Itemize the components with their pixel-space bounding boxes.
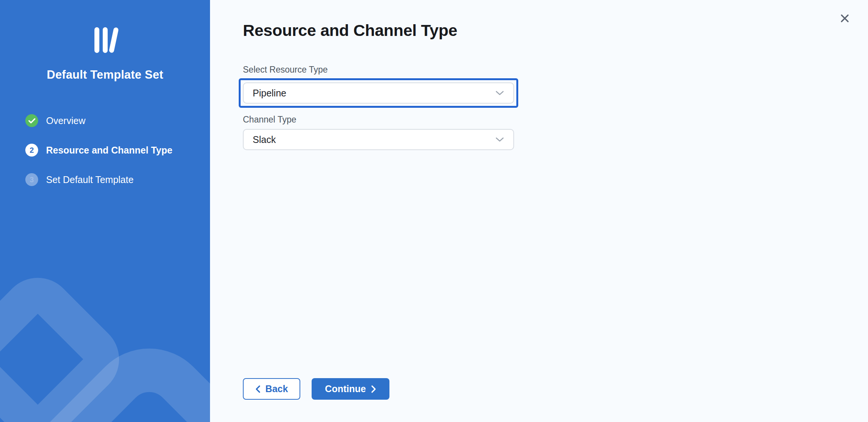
wizard-title: Default Template Set [7, 68, 203, 82]
wizard-main-panel: Resource and Channel Type Select Resourc… [210, 0, 868, 422]
wizard-steps-nav: Overview 2 Resource and Channel Type 3 S… [0, 114, 210, 186]
sidebar-step-overview[interactable]: Overview [25, 114, 210, 127]
continue-button[interactable]: Continue [312, 378, 389, 400]
logo-bar-tilted [108, 27, 119, 53]
chevron-left-icon [255, 385, 261, 393]
resource-type-selected-value: Pipeline [253, 88, 286, 99]
step-label: Resource and Channel Type [46, 145, 172, 156]
wizard-footer: Back Continue [243, 378, 389, 400]
chevron-down-icon [495, 137, 504, 142]
wizard-sidebar: Default Template Set Overview 2 Resource… [0, 0, 210, 422]
sidebar-step-resource-and-channel-type[interactable]: 2 Resource and Channel Type [25, 144, 210, 157]
step-label: Overview [46, 115, 85, 126]
close-x-icon [840, 13, 850, 23]
logo-bar [94, 27, 99, 53]
resource-type-select[interactable]: Pipeline [243, 82, 514, 104]
stacked-books-logo-icon [94, 27, 116, 53]
check-icon [25, 114, 38, 127]
chevron-down-icon [495, 90, 504, 96]
page-title: Resource and Channel Type [243, 21, 868, 40]
continue-button-label: Continue [325, 383, 366, 394]
sidebar-step-set-default-template[interactable]: 3 Set Default Template [25, 173, 210, 186]
channel-type-selected-value: Slack [253, 134, 276, 145]
sidebar-content: Default Template Set Overview 2 Resource… [0, 27, 210, 186]
step-label: Set Default Template [46, 174, 134, 185]
back-button-label: Back [266, 383, 288, 394]
resource-type-focus-ring: Pipeline [239, 78, 518, 108]
watermark-knot-shape [0, 263, 134, 422]
logo-bar [103, 27, 108, 53]
wizard-dialog: Default Template Set Overview 2 Resource… [0, 0, 868, 422]
resource-type-label: Select Resource Type [243, 64, 868, 75]
close-button[interactable] [836, 9, 854, 27]
watermark-knot-shape [0, 323, 210, 422]
channel-type-label: Channel Type [243, 114, 868, 125]
chevron-right-icon [371, 385, 376, 393]
step-number-badge: 2 [25, 144, 38, 157]
step-number-badge: 3 [25, 173, 38, 186]
channel-type-select[interactable]: Slack [243, 129, 514, 150]
back-button[interactable]: Back [243, 378, 300, 400]
